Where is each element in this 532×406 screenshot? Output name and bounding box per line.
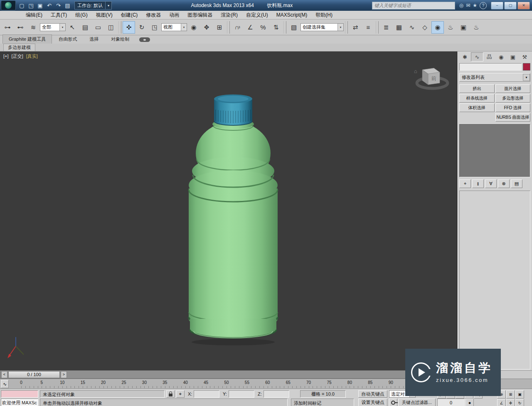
redo-icon[interactable]: ↷ (54, 1, 63, 10)
ribbon-tab-3[interactable]: 对象绘制 (105, 35, 135, 44)
tab-modify[interactable]: ∿ (471, 52, 483, 61)
viewport-menu-plus[interactable]: [+] (3, 54, 9, 59)
object-color-swatch[interactable] (523, 63, 530, 71)
graphite-ribbon-toggle-icon[interactable]: ▦ (393, 21, 405, 34)
menu-item-8[interactable]: 渲染(R) (217, 11, 242, 20)
z-coordinate-field[interactable] (264, 390, 289, 398)
menu-item-0[interactable]: 编辑(E) (22, 11, 47, 20)
next-frame-button[interactable]: > (61, 371, 67, 378)
render-production-icon[interactable]: ♨ (470, 21, 483, 34)
ribbon-minimize-toggle[interactable] (139, 37, 150, 42)
configure-modifier-sets-icon[interactable]: ▤ (511, 179, 522, 188)
align-icon[interactable]: ≡ (362, 21, 374, 34)
tab-poly-modeling[interactable]: 多边形建模 (3, 44, 35, 51)
time-slider-track[interactable]: < 0 / 100 > (0, 370, 457, 379)
layer-manager-icon[interactable]: ≣ (380, 21, 392, 34)
modifier-button-3[interactable]: 多边形选择 (495, 94, 531, 103)
schematic-view-icon[interactable]: ◇ (419, 21, 431, 34)
set-key-button[interactable]: 设置关键点 (358, 399, 387, 406)
mirror-icon[interactable]: ⇄ (349, 21, 362, 34)
edit-named-selection-sets-icon[interactable]: ▧ (288, 21, 300, 34)
menu-item-7[interactable]: 图形编辑器 (183, 11, 217, 20)
reference-coordinate-dropdown[interactable]: 视图▾ (161, 23, 187, 31)
ribbon-tab-1[interactable]: 自由形式 (53, 35, 83, 44)
add-time-tag[interactable]: 添加时间标记 (291, 399, 354, 406)
set-keys-toggle[interactable] (389, 399, 397, 406)
maxscript-listener-output[interactable]: 欢迎使用 MAXSc (1, 399, 38, 406)
make-unique-icon[interactable]: ∀ (485, 179, 497, 188)
use-pivot-point-center-icon[interactable]: ◉ (187, 21, 200, 34)
pan-icon[interactable]: ✜ (506, 399, 515, 406)
menu-item-2[interactable]: 组(G) (71, 11, 91, 20)
global-search-icon[interactable]: ◎ (459, 2, 463, 8)
show-end-result-icon[interactable]: ‖ (472, 179, 484, 188)
app-logo-icon[interactable] (1, 0, 16, 10)
absolute-mode-toggle[interactable]: ⌖ (176, 390, 185, 398)
modifier-button-7[interactable]: NURBS 曲面选择 (495, 113, 531, 122)
y-coordinate-field[interactable] (229, 390, 254, 398)
zoom-all-icon[interactable]: ⊞ (506, 390, 515, 399)
ribbon-tab-0[interactable]: Graphite 建模工具 (2, 34, 52, 44)
workspace-dropdown[interactable]: 工作台: 默认 ▾ (74, 1, 112, 10)
previous-frame-button[interactable]: < (1, 371, 7, 378)
tab-create[interactable]: ✱ (459, 52, 470, 61)
undo-icon[interactable]: ↶ (45, 1, 54, 10)
viewcube-front-face[interactable]: 前 (431, 76, 436, 81)
fov-icon[interactable]: ∠ (497, 399, 506, 406)
ribbon-tab-2[interactable]: 选择 (84, 35, 104, 44)
help-icon[interactable]: ? (480, 2, 487, 9)
viewcube[interactable]: ⌂ 前 (414, 68, 448, 88)
maximize-button[interactable]: ▢ (504, 2, 517, 10)
modifier-button-5[interactable]: FFD 选择 (495, 103, 531, 112)
modifier-button-4[interactable]: 体积选择 (459, 103, 495, 112)
render-setup-icon[interactable]: ♨ (444, 21, 457, 34)
modifier-stack[interactable] (459, 124, 530, 177)
menu-item-9[interactable]: 自定义(U) (242, 11, 272, 20)
viewcube-home-icon[interactable]: ⌂ (414, 68, 417, 74)
window-crossing-icon[interactable]: ◫ (105, 21, 117, 34)
bottle-model[interactable] (189, 95, 278, 346)
tab-utilities[interactable]: ⚒ (519, 52, 530, 61)
key-filters-button[interactable]: 关键点过滤器... (398, 399, 436, 406)
x-coordinate-field[interactable] (194, 390, 219, 398)
communication-icon[interactable]: ✉ (466, 2, 470, 8)
angle-snap-toggle-icon[interactable]: ∠ (244, 21, 256, 34)
search-input[interactable] (372, 2, 455, 10)
named-selection-sets-dropdown[interactable]: 创建选择集▾ (300, 23, 344, 31)
spinner-snap-toggle-icon[interactable]: ⇅ (270, 21, 282, 34)
object-name-field[interactable] (459, 63, 522, 71)
pin-stack-icon[interactable]: ⌖ (459, 179, 471, 188)
selection-region-icon[interactable]: ▭ (92, 21, 104, 34)
chevron-down-icon[interactable]: ▾ (523, 74, 530, 81)
rendered-frame-window-icon[interactable]: ▣ (457, 21, 470, 34)
favorites-icon[interactable]: ★ (473, 2, 477, 8)
selection-filter-dropdown[interactable]: 全部▾ (40, 23, 66, 31)
snaps-toggle-icon[interactable]: ∩3 (231, 21, 244, 34)
menu-item-6[interactable]: 动画 (165, 11, 183, 20)
menu-item-5[interactable]: 修改器 (142, 11, 165, 20)
viewport-view-label[interactable]: [正交] (12, 54, 23, 59)
modifier-button-2[interactable]: 样条线选择 (459, 94, 495, 103)
menu-item-11[interactable]: 帮助(H) (311, 11, 337, 20)
select-and-manipulate-icon[interactable]: ✥ (200, 21, 213, 34)
close-button[interactable]: ✕ (517, 2, 530, 10)
menu-item-4[interactable]: 创建(C) (117, 11, 142, 20)
keyboard-shortcut-override-icon[interactable]: ⊞ (213, 21, 226, 34)
menu-item-10[interactable]: MAXScript(M) (272, 11, 312, 19)
modifier-button-0[interactable]: 挤出 (459, 84, 495, 93)
current-frame-field[interactable]: 0 (437, 399, 465, 406)
menu-item-3[interactable]: 视图(V) (92, 11, 117, 20)
orbit-icon[interactable]: ↻ (515, 399, 524, 406)
remove-modifier-icon[interactable]: ⊗ (498, 179, 510, 188)
viewport-shading-label[interactable]: [真实] (26, 54, 38, 59)
auto-key-button[interactable]: 自动关键点 (358, 390, 387, 398)
scene-canvas[interactable]: ⌂ 前 (0, 51, 457, 369)
select-and-move-icon[interactable]: ✜ (123, 21, 135, 34)
material-editor-icon[interactable]: ◉ (431, 21, 444, 34)
select-and-scale-icon[interactable]: ◳ (148, 21, 161, 34)
manage-scenes-icon[interactable]: ▤ (63, 1, 72, 10)
select-and-rotate-icon[interactable]: ↻ (135, 21, 148, 34)
select-object-icon[interactable]: ↖ (66, 21, 79, 34)
select-by-name-icon[interactable]: ▤ (79, 21, 91, 34)
tab-display[interactable]: ▣ (507, 52, 518, 61)
